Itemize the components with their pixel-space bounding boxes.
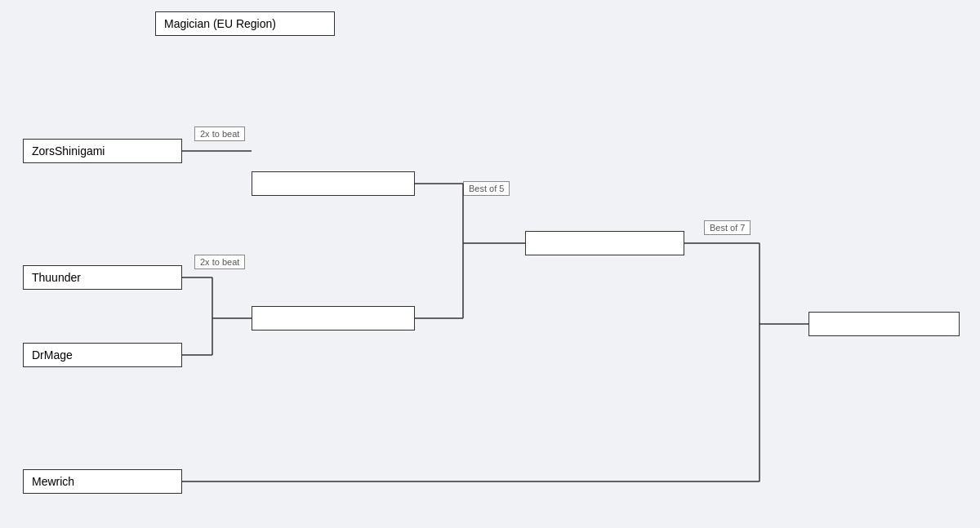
label-text: Best of 5 xyxy=(469,184,504,193)
title-text: Magician (EU Region) xyxy=(164,17,276,30)
bracket-container: Magician (EU Region) ZorsShinigami 2x to… xyxy=(0,0,980,528)
player-mewrich: Mewrich xyxy=(23,469,182,494)
label-text: Best of 7 xyxy=(710,223,745,233)
player-zorsshinigami: ZorsShinigami xyxy=(23,139,182,163)
player-label: Thuunder xyxy=(32,271,81,284)
match-r1-top xyxy=(252,171,415,196)
match-final xyxy=(808,312,960,336)
player-drmage: DrMage xyxy=(23,343,182,367)
match-r2 xyxy=(525,231,684,255)
match-r1-bottom xyxy=(252,306,415,331)
label-text: 2x to beat xyxy=(200,129,239,139)
player-label: DrMage xyxy=(32,348,73,362)
label-bestof5: Best of 5 xyxy=(463,181,510,196)
bracket-title: Magician (EU Region) xyxy=(155,11,335,36)
player-label: ZorsShinigami xyxy=(32,144,105,158)
label-text: 2x to beat xyxy=(200,257,239,267)
player-label: Mewrich xyxy=(32,475,74,488)
label-2xtobeat-zorss: 2x to beat xyxy=(194,126,245,141)
label-bestof7: Best of 7 xyxy=(704,220,751,235)
label-2xtobeat-thuunder: 2x to beat xyxy=(194,255,245,269)
player-thuunder: Thuunder xyxy=(23,265,182,290)
connectors xyxy=(0,0,980,528)
